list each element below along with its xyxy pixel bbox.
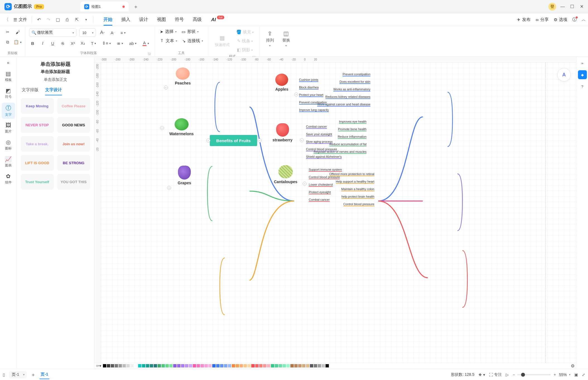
fit-page-button[interactable]: ▣ <box>574 372 578 377</box>
color-swatch[interactable] <box>185 364 188 367</box>
benefit-item[interactable]: Block diarrhea <box>299 86 319 89</box>
benefit-item[interactable]: Does excellent for skin <box>339 80 370 84</box>
color-swatch[interactable] <box>263 364 266 367</box>
color-swatch[interactable] <box>310 364 313 367</box>
rail-text[interactable]: Ⓣ文字 <box>2 103 15 119</box>
color-swatch[interactable] <box>212 364 216 367</box>
benefit-item[interactable]: Control blood pressure <box>306 147 337 151</box>
color-swatch[interactable] <box>158 364 161 367</box>
color-swatch[interactable] <box>247 364 251 367</box>
color-swatch[interactable] <box>173 364 177 367</box>
rail-components[interactable]: ✿组件 <box>2 171 15 187</box>
page-selector[interactable]: 页-1 ▾ <box>9 371 27 378</box>
zoom-out-button[interactable]: − <box>513 372 515 377</box>
benefit-item[interactable]: Protect your heart <box>299 93 323 97</box>
panel-title-placeholder[interactable]: 单击添加标题 <box>17 61 94 67</box>
benefit-item[interactable]: Works as anti-inflammatory <box>333 88 370 91</box>
collapse-left-panel[interactable]: « <box>5 59 11 67</box>
rail-icons[interactable]: ◎图标 <box>2 137 15 153</box>
color-swatch[interactable] <box>103 364 106 367</box>
benefit-item[interactable]: Improve lung capacity <box>299 108 329 112</box>
layers-button[interactable]: ❖▾ <box>478 372 485 377</box>
text-style-card[interactable]: Join us now! <box>57 136 90 152</box>
zoom-slider[interactable] <box>517 374 551 375</box>
color-swatch[interactable] <box>162 364 165 367</box>
benefit-item[interactable]: Prevent constipation <box>299 101 327 105</box>
color-swatch[interactable] <box>283 364 286 367</box>
subtab-design[interactable]: 文字设计 <box>45 87 62 95</box>
line-spacing-button[interactable]: ⇕≡▾ <box>100 40 112 47</box>
color-swatch[interactable] <box>134 364 138 367</box>
color-swatch[interactable] <box>255 364 259 367</box>
color-swatch[interactable] <box>236 364 239 367</box>
color-swatch[interactable] <box>322 364 325 367</box>
increase-font-button[interactable]: A+ <box>99 29 106 36</box>
panel-subtitle-placeholder[interactable]: 单击添加副标题 <box>17 69 94 74</box>
rail-charts[interactable]: 📈图表 <box>2 154 15 170</box>
collapse-cantaloupes[interactable]: − <box>303 182 307 186</box>
subtab-layout[interactable]: 文字排版 <box>22 87 38 95</box>
color-swatch[interactable] <box>314 364 317 367</box>
collapse-strawberry[interactable]: − <box>300 138 304 142</box>
minimize-button[interactable]: ― <box>558 4 567 9</box>
color-swatch[interactable] <box>193 364 196 367</box>
ai-menu[interactable]: AI hot <box>211 17 224 23</box>
zoom-in-button[interactable]: ＋ <box>553 372 557 377</box>
color-swatch[interactable] <box>326 364 329 367</box>
color-swatch[interactable] <box>146 364 149 367</box>
theme-button[interactable]: ◆ <box>578 70 587 79</box>
benefit-item[interactable]: Save your eyesight <box>306 132 332 136</box>
color-swatch[interactable] <box>119 364 122 367</box>
ai-assistant-badge[interactable]: A <box>557 68 571 81</box>
color-swatch[interactable] <box>267 364 270 367</box>
more-quick-button[interactable]: ▾ <box>82 16 90 24</box>
superscript-button[interactable]: X² <box>69 40 76 47</box>
color-swatch[interactable] <box>279 364 282 367</box>
add-tab-button[interactable]: ＋ <box>132 3 140 10</box>
benefit-item[interactable]: Cushion joints <box>299 78 318 82</box>
bold-button[interactable]: B <box>29 40 36 47</box>
decrease-font-button[interactable]: A- <box>109 29 116 36</box>
strikethrough-button[interactable]: S <box>59 40 66 47</box>
page-panel-toggle[interactable]: ▯ <box>3 372 5 377</box>
fruit-peaches[interactable]: Peaches <box>175 67 191 85</box>
present-button[interactable]: ▷ <box>506 372 509 377</box>
fruit-watermelons[interactable]: Watermelons <box>169 118 194 136</box>
text-style-card[interactable]: Coffee Please <box>57 98 90 114</box>
subscript-button[interactable]: X₂ <box>79 40 86 47</box>
color-swatch[interactable] <box>126 364 130 367</box>
copy-button[interactable]: ⧉ <box>4 38 11 46</box>
text-style-card[interactable]: YOU GOT THIS <box>57 174 90 190</box>
benefit-item[interactable]: Protect eyesight <box>309 190 331 194</box>
color-swatch[interactable] <box>224 364 227 367</box>
text-case-button[interactable]: T▾ <box>89 40 98 47</box>
color-swatch[interactable] <box>165 364 169 367</box>
collapse-left-toggle[interactable]: − <box>206 139 210 142</box>
rail-symbols[interactable]: ◩符号 <box>2 86 15 101</box>
color-swatch[interactable] <box>130 364 134 367</box>
color-swatch[interactable] <box>122 364 126 367</box>
fruit-apples[interactable]: Apples <box>275 74 288 91</box>
format-painter-button[interactable]: 🖌 <box>14 28 21 36</box>
color-swatch[interactable] <box>189 364 192 367</box>
collapse-peaches[interactable]: − <box>164 86 168 89</box>
export-button[interactable]: ⇱ <box>73 16 81 24</box>
collapse-grapes[interactable]: − <box>167 186 171 190</box>
color-swatch[interactable] <box>228 364 231 367</box>
benefit-item[interactable]: Promote bone health <box>338 127 367 131</box>
text-direction-button[interactable]: ab▾ <box>127 40 138 47</box>
rail-templates[interactable]: ▤模板 <box>2 69 15 84</box>
color-swatch[interactable] <box>138 364 141 367</box>
color-swatch[interactable] <box>306 364 309 367</box>
focus-button[interactable]: ⛶专注 <box>489 372 502 377</box>
text-style-card[interactable]: Keep Moving <box>21 98 54 114</box>
connector-tool[interactable]: ↘连接线▾ <box>181 38 204 44</box>
add-page-button[interactable]: ＋ <box>31 371 36 378</box>
color-swatch[interactable] <box>290 364 294 367</box>
share-button[interactable]: ∞分享 <box>536 17 549 22</box>
benefit-item[interactable]: Help support a healthy heart <box>336 180 374 184</box>
font-dialog-launcher[interactable]: ◲ <box>148 52 151 55</box>
benefit-item[interactable]: help protect brain health <box>341 195 374 199</box>
color-swatch[interactable] <box>244 364 247 367</box>
benefit-item[interactable]: Lower cholesterol <box>309 183 333 187</box>
